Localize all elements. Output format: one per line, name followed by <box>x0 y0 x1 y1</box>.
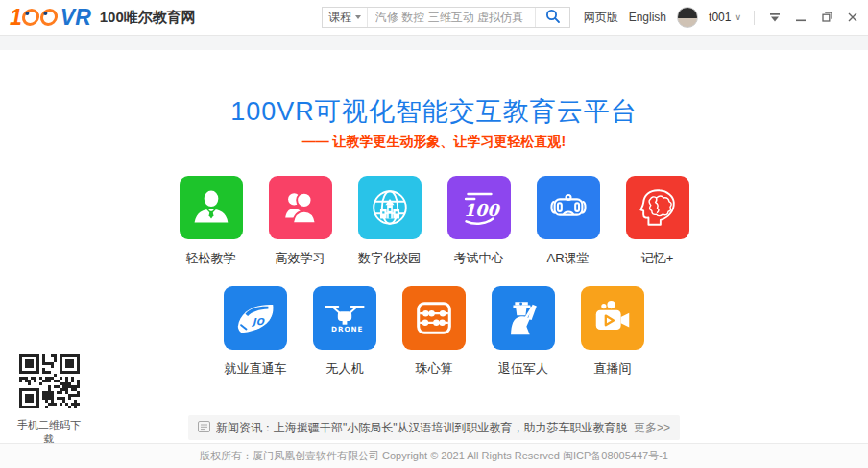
news-ticker: 新闻资讯：上海援疆干部"小陈局长"从汉语培训到职业教育，助力莎车职业教育脱贫 更… <box>188 415 680 440</box>
tile-veteran[interactable]: 退伍军人 <box>492 286 555 378</box>
page-subtitle: —— 让教学更生动形象、让学习更轻松直观! <box>0 134 868 151</box>
search-icon <box>545 9 561 27</box>
avatar[interactable] <box>677 7 698 28</box>
user-caret-icon: ∨ <box>735 12 741 22</box>
footer: 版权所有：厦门凤凰创壹软件有限公司 Copyright © 2021 All R… <box>0 443 868 468</box>
qr-code-image <box>17 354 81 412</box>
tile-label: 高效学习 <box>276 250 326 267</box>
tile-label: 退伍军人 <box>498 360 548 378</box>
tile-label: 数字化校园 <box>358 250 421 267</box>
search-input[interactable] <box>368 8 535 27</box>
tile-abacus[interactable]: 珠心算 <box>402 286 466 378</box>
exam-100-icon: 100 <box>447 176 511 239</box>
chevron-down-icon <box>355 15 361 19</box>
tile-label: 珠心算 <box>416 360 453 378</box>
memory-brain-icon <box>626 176 689 239</box>
svg-text:100: 100 <box>463 200 500 220</box>
brand-name: 100唯尔教育网 <box>100 9 196 27</box>
abacus-icon <box>402 286 466 350</box>
news-headline[interactable]: 新闻资讯：上海援疆干部"小陈局长"从汉语培训到职业教育，助力莎车职业教育脱贫 <box>216 420 628 436</box>
tile-vr-headset[interactable]: AR课堂 <box>537 176 600 267</box>
news-icon <box>198 419 210 436</box>
tile-teacher[interactable]: 轻松教学 <box>180 176 243 267</box>
students-icon <box>269 176 332 239</box>
search-bar: 课程 <box>322 7 570 28</box>
logo-vr: VR <box>60 7 91 29</box>
tile-row-2: JO就业直通车DRONE无人机珠心算退伍军人直播间 <box>0 286 868 378</box>
tile-label: AR课堂 <box>546 250 589 267</box>
tile-row-1: 轻松教学高效学习数字化校园100考试中心AR课堂记忆+ <box>0 176 868 267</box>
copyright-text: 版权所有：厦门凤凰创壹软件有限公司 Copyright © 2021 All R… <box>200 449 668 463</box>
titlebar-right: 网页版 English t001 ∨ <box>584 0 860 35</box>
logo-1: 1 <box>10 7 21 29</box>
close-icon <box>848 9 857 26</box>
app-window: 1VR 100唯尔教育网 课程 网页版 English t001 ∨ <box>0 0 868 468</box>
close-button[interactable] <box>845 8 860 27</box>
search-category-label: 课程 <box>328 10 351 26</box>
header-divider-band <box>0 36 868 50</box>
tile-live-camera[interactable]: 直播间 <box>581 286 644 378</box>
titlebar: 1VR 100唯尔教育网 课程 网页版 English t001 ∨ <box>0 0 868 36</box>
tile-campus-globe[interactable]: 数字化校园 <box>358 176 422 267</box>
tile-label: 轻松教学 <box>186 250 236 267</box>
tile-students[interactable]: 高效学习 <box>269 176 332 267</box>
search-category-dropdown[interactable]: 课程 <box>323 8 368 27</box>
tile-memory-brain[interactable]: 记忆+ <box>626 176 689 267</box>
username: t001 <box>709 11 731 24</box>
collapse-window-button[interactable] <box>767 8 783 27</box>
news-headline-text: 上海援疆干部"小陈局长"从汉语培训到职业教育，助力莎车职业教育脱贫 <box>274 421 628 434</box>
page-title: 100VR可视化智能交互教育云平台 <box>0 94 868 129</box>
divider <box>754 11 755 25</box>
minimize-icon <box>796 9 806 26</box>
web-version-link[interactable]: 网页版 <box>584 10 618 26</box>
campus-globe-icon <box>358 176 422 239</box>
tile-train[interactable]: JO就业直通车 <box>224 286 287 378</box>
tile-label: 无人机 <box>326 360 364 378</box>
live-camera-icon <box>581 286 644 350</box>
tile-label: 直播间 <box>594 360 632 378</box>
logo-eye-icon <box>21 9 40 26</box>
tile-label: 记忆+ <box>641 250 674 267</box>
restore-icon <box>822 9 832 26</box>
user-menu[interactable]: t001 ∨ <box>709 11 741 24</box>
english-link[interactable]: English <box>629 11 666 24</box>
collapse-icon <box>770 9 780 26</box>
tile-label: 考试中心 <box>454 250 504 267</box>
drone-icon: DRONE <box>313 286 376 350</box>
maximize-button[interactable] <box>819 8 834 27</box>
search-button[interactable] <box>535 8 569 27</box>
train-icon: JO <box>224 286 287 350</box>
vr-headset-icon <box>537 176 600 239</box>
svg-text:JO: JO <box>251 316 265 327</box>
minimize-button[interactable] <box>793 8 808 27</box>
logo-100vr-icon: 1VR <box>10 7 91 29</box>
svg-text:DRONE: DRONE <box>331 325 363 333</box>
tile-label: 就业直通车 <box>225 360 287 378</box>
news-label: 新闻资讯： <box>216 421 274 434</box>
tile-drone[interactable]: DRONE无人机 <box>313 286 376 378</box>
logo[interactable]: 1VR 100唯尔教育网 <box>10 7 196 29</box>
teacher-icon <box>180 176 243 239</box>
news-more-link[interactable]: 更多>> <box>634 420 670 436</box>
logo-eye-icon <box>39 9 59 26</box>
tile-exam-100[interactable]: 100考试中心 <box>447 176 511 267</box>
veteran-icon <box>492 286 555 350</box>
